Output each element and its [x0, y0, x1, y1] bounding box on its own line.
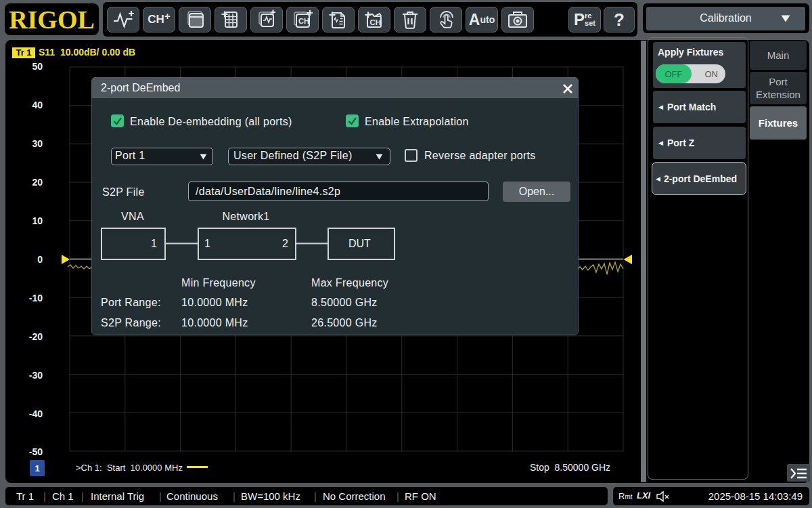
svg-text:DUT: DUT — [348, 238, 371, 249]
svg-text:2: 2 — [282, 238, 288, 249]
svg-text:1: 1 — [204, 238, 210, 249]
svg-text:1: 1 — [151, 238, 157, 249]
